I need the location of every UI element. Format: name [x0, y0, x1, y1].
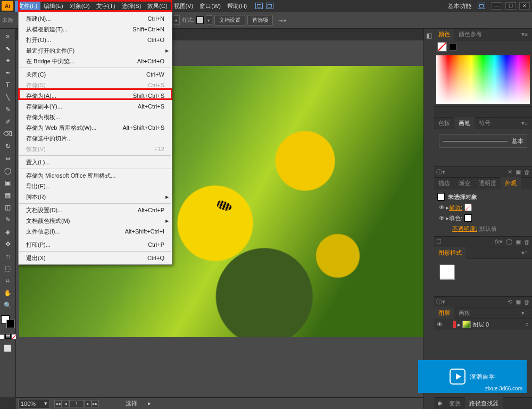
- file-menu-item-2[interactable]: 打开(O)...Ctrl+O: [19, 35, 172, 45]
- fill-swatch-appear[interactable]: [464, 214, 472, 222]
- eyedropper-tool[interactable]: ✎: [2, 214, 14, 225]
- layer-name[interactable]: 图层 0: [472, 321, 489, 329]
- menu-effect[interactable]: 效果(C): [144, 1, 170, 12]
- tab-symbols[interactable]: 符号: [475, 117, 495, 129]
- opacity-link[interactable]: 不透明度:: [452, 225, 477, 233]
- rotate-tool[interactable]: ↻: [2, 141, 14, 152]
- file-menu-item-3[interactable]: 最近打开的文件(F): [19, 45, 172, 56]
- artboard-nav[interactable]: ◂◂◂1▸▸▸: [54, 400, 99, 407]
- file-menu-item-21[interactable]: 文档设置(D)...Alt+Ctrl+P: [19, 205, 172, 215]
- screen-mode-tool[interactable]: ⬜: [2, 343, 14, 354]
- layer-menu-icon[interactable]: ▾≡: [517, 307, 532, 319]
- maximize-button[interactable]: ☐: [505, 2, 516, 10]
- menu-select[interactable]: 选择(S): [119, 1, 145, 12]
- tab-transform[interactable]: 变换: [445, 397, 465, 409]
- default-graphic-style[interactable]: [439, 264, 454, 279]
- slice-tool[interactable]: ⌗: [2, 276, 14, 286]
- brush-menu-icon[interactable]: ▾≡: [517, 118, 532, 129]
- file-menu-item-15[interactable]: 置入(L)...: [19, 157, 172, 168]
- remove-brush-icon[interactable]: ✕: [508, 169, 512, 176]
- pencil-tool[interactable]: ✐: [2, 116, 14, 127]
- file-menu-item-19[interactable]: 脚本(R): [19, 191, 172, 202]
- menu-edit[interactable]: 编辑(E): [40, 1, 66, 12]
- file-menu-item-27[interactable]: 退出(X)Ctrl+Q: [19, 253, 172, 263]
- graph-tool[interactable]: ⏍: [2, 251, 14, 262]
- symbol-spray-tool[interactable]: ✥: [2, 239, 14, 249]
- perspective-tool[interactable]: ▣: [2, 178, 14, 188]
- tab-graphic-styles[interactable]: 图形样式: [434, 247, 466, 259]
- new-brush-icon[interactable]: ▣: [516, 169, 521, 176]
- menu-type[interactable]: 文字(T): [93, 1, 119, 12]
- hand-tool[interactable]: ✋: [2, 288, 14, 298]
- layer-vis-icon[interactable]: 👁: [435, 321, 444, 328]
- tab-color[interactable]: 颜色: [434, 28, 454, 40]
- close-window-button[interactable]: ✕: [519, 2, 530, 10]
- brush-tool[interactable]: ✎: [2, 104, 14, 115]
- doc-setup-button[interactable]: 文档设置: [214, 15, 245, 26]
- color-fill-swatch[interactable]: [437, 42, 447, 52]
- blend-tool[interactable]: ◈: [2, 227, 14, 237]
- file-menu-item-25[interactable]: 打印(P)...Ctrl+P: [19, 239, 172, 250]
- workspace-switcher[interactable]: 基本功能: [445, 1, 475, 12]
- line-tool[interactable]: ╲: [2, 92, 14, 103]
- new-art-icon[interactable]: ☐: [436, 238, 442, 245]
- zoom-tool[interactable]: 🔍: [2, 300, 14, 311]
- menu-object[interactable]: 对象(O): [66, 1, 93, 12]
- brush-lib-icon[interactable]: ⓘ▾: [436, 168, 445, 176]
- file-menu-item-6[interactable]: 关闭(C)Ctrl+W: [19, 69, 172, 80]
- gstyle-menu-icon[interactable]: ▾≡: [517, 247, 532, 258]
- style-swatch[interactable]: [196, 16, 204, 24]
- tab-transparency[interactable]: 透明度: [475, 177, 501, 189]
- minimize-button[interactable]: —: [492, 2, 502, 10]
- shape-builder-tool[interactable]: ◯: [2, 165, 14, 176]
- tab-brushes[interactable]: 画笔: [454, 117, 475, 129]
- stroke-swatch-appear[interactable]: [464, 204, 472, 211]
- file-menu-item-4[interactable]: 在 Bridge 中浏览...Alt+Ctrl+O: [19, 56, 172, 66]
- tab-appearance[interactable]: 外观: [501, 177, 521, 189]
- color-mode-icon[interactable]: [0, 334, 4, 339]
- menu-view[interactable]: 视图(V): [171, 1, 197, 12]
- file-menu-item-1[interactable]: 从模板新建(T)...Shift+Ctrl+N: [19, 24, 172, 35]
- width-tool[interactable]: ⇔: [2, 153, 14, 164]
- panel-menu-icon[interactable]: ▾≡: [517, 29, 532, 40]
- delete-brush-icon[interactable]: 🗑: [524, 169, 530, 176]
- eye-fill-icon[interactable]: 👁: [437, 215, 446, 221]
- tab-swatches[interactable]: 色板: [434, 117, 454, 129]
- menu-help[interactable]: 帮助(H): [224, 1, 250, 12]
- tab-pathfinder[interactable]: 路径查找器: [465, 397, 503, 409]
- menu-window[interactable]: 窗口(W): [196, 1, 224, 12]
- gradient-tool[interactable]: ◫: [2, 202, 14, 213]
- artboard-tool[interactable]: ⬚: [2, 263, 14, 274]
- file-menu-item-11[interactable]: 存储为 Web 所用格式(W)...Alt+Shift+Ctrl+S: [19, 122, 172, 133]
- stroke-color-icon[interactable]: [6, 320, 15, 328]
- opacity-drop[interactable]: ▾: [173, 15, 180, 25]
- file-menu-item-9[interactable]: 存储副本(Y)...Alt+Ctrl+S: [19, 101, 172, 112]
- preferences-button[interactable]: 首选项: [247, 15, 273, 26]
- gstyle-lib-icon[interactable]: ⓘ▾: [436, 298, 445, 306]
- arrange-windows-icon[interactable]: [266, 3, 273, 9]
- fill-stroke-colors[interactable]: [1, 315, 15, 328]
- gradient-mode-icon[interactable]: [5, 334, 11, 339]
- type-tool[interactable]: T: [2, 80, 14, 90]
- eye-stroke-icon[interactable]: 👁: [437, 204, 446, 211]
- selection-tool[interactable]: ⬉: [2, 43, 14, 54]
- eraser-tool[interactable]: ⌫: [2, 129, 14, 139]
- magic-wand-tool[interactable]: ✦: [2, 55, 14, 66]
- arrange-docs-icon[interactable]: [255, 3, 263, 9]
- style-drop[interactable]: ▾: [206, 15, 212, 25]
- kuler-icon[interactable]: ◧: [426, 32, 432, 39]
- mesh-tool[interactable]: ▦: [2, 190, 14, 201]
- spectrum-picker[interactable]: [436, 55, 530, 104]
- expand-toolbar-icon[interactable]: »: [2, 31, 14, 41]
- pen-tool[interactable]: ✒: [2, 68, 14, 78]
- tab-stroke[interactable]: 描边: [434, 177, 454, 189]
- zoom-field[interactable]: 100%▾: [18, 399, 50, 408]
- align-icons[interactable]: ⇥ ▾: [278, 18, 287, 23]
- tab-artboards[interactable]: 画板: [454, 307, 475, 319]
- file-menu-item-22[interactable]: 文档颜色模式(M): [19, 215, 172, 226]
- basic-brush-row[interactable]: 基本: [439, 134, 527, 148]
- file-menu-item-18[interactable]: 导出(E)...: [19, 181, 172, 191]
- layer-target-icon[interactable]: ○: [525, 321, 529, 328]
- file-menu-item-0[interactable]: 新建(N)...Ctrl+N: [19, 13, 172, 24]
- tab-layers[interactable]: 图层: [434, 307, 454, 319]
